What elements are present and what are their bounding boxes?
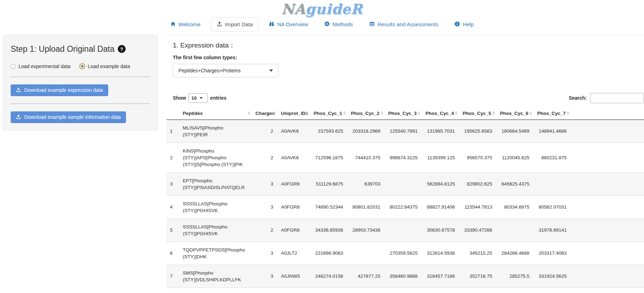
binoculars-icon	[269, 21, 274, 28]
value-cell: 115544.7813	[459, 195, 496, 219]
header-phos-cyc-4[interactable]: Phos_Cyc_4	[422, 107, 459, 120]
value-cell: 511129.6875	[310, 172, 347, 195]
header-phos-cyc-7[interactable]: Phos_Cyc_7	[534, 107, 571, 120]
charge-cell: 3	[252, 265, 277, 288]
value-cell: 157593.625	[310, 120, 347, 143]
radio-load-experimental-data[interactable]: Load experimental data	[11, 63, 70, 69]
sort-icon	[248, 111, 251, 115]
expression-data-table: Peptides Charges Uniprot_IDs Phos_Cyc_1 …	[166, 107, 644, 293]
upload-sidebar-panel: Step 1: Upload Original Data ? Load expe…	[3, 35, 158, 131]
tab-label: Help	[463, 21, 474, 27]
table-row[interactable]: 4SSSSLLAS[Phospho (STY)]PGHISVK3A0FGR874…	[166, 195, 644, 219]
radio-load-example-data[interactable]: Load example data	[80, 63, 130, 69]
spacer-cell	[571, 242, 644, 265]
spacer-cell	[571, 288, 644, 293]
row-number-cell: 2	[166, 143, 179, 172]
chevron-down-icon	[200, 97, 203, 99]
sort-icon	[306, 111, 309, 115]
uniprot-cell: A0FGR8	[277, 195, 310, 219]
table-search-control: Search:	[569, 93, 644, 103]
data-source-radio-group: Load experimental data Load example data	[11, 63, 150, 69]
table-row[interactable]: 7SMS[Phospho (STY)]VDLSHIPLKDPLLFK3A0JNW…	[166, 265, 644, 288]
tab-welcome[interactable]: Welcome	[165, 17, 206, 32]
header-uniprot-ids[interactable]: Uniprot_IDs	[277, 107, 310, 120]
question-circle-icon[interactable]: ?	[118, 45, 126, 53]
masthead: NAguideR Welcome Import Data NA Overview…	[0, 0, 644, 32]
value-cell: 131965.7031	[422, 120, 459, 143]
header-label: Phos_Cyc_2	[351, 111, 379, 116]
tab-help[interactable]: Help	[449, 17, 479, 32]
tab-results-assessments[interactable]: Results and Assessments	[364, 17, 444, 32]
header-label: Phos_Cyc_6	[500, 111, 528, 116]
tab-import-data[interactable]: Import Data	[211, 17, 258, 32]
sort-icon	[418, 111, 420, 115]
column-types-label: The first few column types:	[166, 55, 644, 60]
uniprot-cell: A0FGR8	[277, 219, 310, 242]
chevron-down-icon	[269, 70, 273, 72]
value-cell: 79679.09375	[310, 288, 347, 293]
table-header: Peptides Charges Uniprot_IDs Phos_Cyc_1 …	[166, 107, 644, 120]
value-cell: 110380.5	[385, 288, 422, 293]
header-peptides[interactable]: Peptides	[179, 107, 252, 120]
header-phos-cyc-3[interactable]: Phos_Cyc_3	[385, 107, 422, 120]
value-cell: 113495.2891	[534, 288, 571, 293]
tab-label: Import Data	[225, 21, 253, 27]
value-cell: 248274.0156	[310, 265, 347, 288]
table-row[interactable]: 2KINS[Phospho (STY)]APS[Phospho (STY)]S[…	[166, 143, 644, 172]
header-rownum[interactable]	[166, 107, 179, 120]
spacer-cell	[571, 120, 644, 143]
value-cell: 80334.6875	[496, 195, 534, 219]
page-length-control: Show 10 entries	[173, 93, 226, 103]
page-layout: Step 1: Upload Original Data ? Load expe…	[0, 35, 644, 293]
table-row[interactable]: 5SSSSLLAS[Phospho (STY)]PGHISVK2A0FGR834…	[166, 219, 644, 242]
main-content: 1. Expression data： The first few column…	[166, 35, 644, 293]
page-length-value: 10	[191, 95, 197, 101]
header-label: Uniprot_IDs	[281, 111, 308, 116]
value-cell: 203317.4063	[534, 242, 571, 265]
column-types-selected-value: Peptides+Charges+Proteins	[178, 68, 241, 73]
download-example-expression-data-button[interactable]: Download example expression data	[11, 84, 108, 96]
value-cell: 270359.5625	[385, 242, 422, 265]
table-row[interactable]: 8M[Acetyl (Protein N-term)]NPVYSPGSSGVPY…	[166, 288, 644, 293]
tab-label: NA Overview	[277, 21, 308, 27]
tab-methods[interactable]: Methods	[319, 17, 359, 32]
radio-checked-icon[interactable]	[80, 64, 85, 69]
gears-icon	[324, 21, 330, 28]
value-cell: 345215.25	[459, 242, 496, 265]
charge-cell: 2	[252, 288, 277, 293]
info-circle-icon	[455, 21, 460, 28]
section-title: 1. Expression data：	[166, 41, 644, 50]
page-length-select[interactable]: 10	[188, 93, 208, 103]
sidebar-title-text: Step 1: Upload Original Data	[11, 44, 115, 54]
tab-label: Results and Assessments	[378, 21, 439, 27]
header-phos-cyc-5[interactable]: Phos_Cyc_5	[459, 107, 496, 120]
table-row[interactable]: 3EPT[Phospho (STY)]PSIASDISLPIATQELR3A0F…	[166, 172, 644, 195]
download-example-sample-information-button[interactable]: Download example sample information data	[11, 111, 126, 123]
header-phos-cyc-6[interactable]: Phos_Cyc_6	[496, 107, 534, 120]
peptide-cell: MLISAVS[Phospho (STY)]PEIR	[179, 120, 252, 143]
value-cell: 1139399.125	[422, 143, 459, 172]
value-cell: 316457.7188	[422, 265, 459, 288]
radio-label: Load example data	[88, 63, 130, 69]
sort-icon	[567, 111, 569, 115]
value-cell: 88827.91406	[422, 195, 459, 219]
divider	[11, 77, 150, 77]
header-phos-cyc-2[interactable]: Phos_Cyc_2	[347, 107, 385, 120]
header-charges[interactable]: Charges	[252, 107, 277, 120]
value-cell: 639703	[347, 172, 385, 195]
radio-icon[interactable]	[11, 64, 16, 69]
table-row[interactable]: 6TQDPVPPETPSDS[Phospho (STY)]DHK3A0JLT22…	[166, 242, 644, 265]
uniprot-cell: A1KXE4	[277, 288, 310, 293]
value-cell: 712596.1875	[310, 143, 347, 172]
value-cell: 30830.67578	[422, 219, 459, 242]
search-input[interactable]	[590, 93, 644, 103]
peptide-cell: KINS[Phospho (STY)]APS[Phospho (STY)]S[P…	[179, 143, 252, 172]
table-row[interactable]: 1MLISAVS[Phospho (STY)]PEIR2A0AVK6157593…	[166, 120, 644, 143]
entries-label: entries	[210, 95, 226, 101]
column-types-select[interactable]: Peptides+Charges+Proteins	[173, 64, 279, 77]
download-icon	[16, 114, 21, 120]
value-cell: 352716.75	[459, 265, 496, 288]
header-phos-cyc-1[interactable]: Phos_Cyc_1	[310, 107, 347, 120]
value-cell: 829802.625	[459, 172, 496, 195]
tab-na-overview[interactable]: NA Overview	[263, 17, 314, 32]
